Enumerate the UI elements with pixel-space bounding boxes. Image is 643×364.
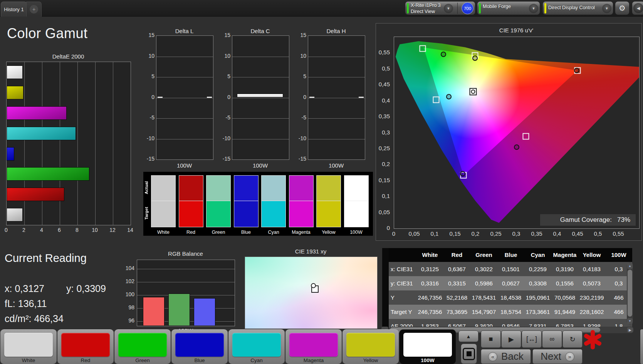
table-cell[interactable]: 18,5754 [497, 305, 524, 319]
pattern-button-red[interactable]: Red [57, 329, 114, 364]
table-cell[interactable]: 0,3022 [470, 262, 497, 276]
meter-badge[interactable]: 700 [462, 2, 473, 14]
axis-tick-label: 5 [145, 73, 154, 79]
pattern-button-cyan[interactable]: Cyan [228, 329, 285, 364]
table-cell[interactable]: 0,6367 [443, 262, 470, 276]
table-cell[interactable]: 173,3661 [524, 305, 551, 319]
table-cell[interactable]: 0,5073 [578, 276, 605, 290]
pattern-swatch [175, 333, 224, 357]
pattern-button-100w[interactable]: 100W [400, 329, 456, 364]
table-cell[interactable]: 0,3308 [524, 276, 551, 290]
table-cell[interactable]: 70,0568 [551, 290, 578, 305]
source-dropdown[interactable]: Mobile Forge ▼ [477, 1, 540, 15]
stop-button[interactable]: ■ [481, 330, 501, 348]
table-cell[interactable]: 0,4183 [578, 262, 605, 276]
scroll-right-icon[interactable]: ▶ [627, 327, 633, 332]
table-cell[interactable]: 0,2259 [524, 262, 551, 276]
pattern-button-yellow[interactable]: Yellow [342, 329, 399, 364]
clipped-side-button[interactable] [640, 329, 643, 364]
table-cell[interactable]: 0,0627 [497, 276, 524, 290]
loop-button[interactable]: ∞ [542, 330, 562, 348]
pattern-label: 100W [400, 357, 456, 363]
pattern-up-button[interactable]: ▲ [458, 330, 478, 342]
table-row-label[interactable]: x: CIE31 [389, 262, 416, 276]
chevron-down-icon[interactable]: ▼ [444, 4, 453, 13]
refresh-button[interactable]: ↻ [562, 330, 583, 348]
meter-dropdown[interactable]: X-Rite i1Pro 3 Direct View ▼ 700 [405, 1, 475, 15]
axis-tick-label: 0,55 [379, 49, 390, 55]
table-cell[interactable]: 246,7356 [416, 305, 443, 319]
back-button[interactable]: « Back [481, 349, 531, 364]
table-cell[interactable]: 0,3190 [551, 262, 578, 276]
axis-tick-label: -15 [145, 156, 154, 162]
table-cell[interactable]: 0,5986 [470, 276, 497, 290]
table-row-label[interactable]: Target Y [389, 305, 416, 319]
scroll-up-icon[interactable]: ▲ [627, 263, 633, 269]
table-cell[interactable]: 0,3316 [416, 276, 443, 290]
pattern-window-button[interactable] [461, 344, 477, 364]
pattern-button-magenta[interactable]: Magenta [285, 329, 342, 364]
pattern-swatch [232, 333, 281, 357]
table-cell[interactable]: 0,1556 [551, 276, 578, 290]
tab-history-1[interactable]: History 1 [1, 2, 27, 17]
axis-tick-label: 0,35 [379, 113, 390, 119]
pattern-swatch [4, 333, 53, 357]
collapse-panel-button[interactable]: ◀ [632, 1, 643, 15]
table-cell[interactable]: 246,7356 [416, 290, 443, 305]
table-cell[interactable]: 195,0961 [524, 290, 551, 305]
table-cell[interactable]: 0,3315 [443, 276, 470, 290]
table-cell[interactable]: 91,9449 [551, 305, 578, 319]
table-cell[interactable]: 52,2168 [443, 290, 470, 305]
new-tab-button[interactable]: + [26, 2, 42, 17]
table-vertical-scrollbar[interactable]: ▲ ▼ [627, 263, 633, 324]
table-cell[interactable]: 230,2199 [578, 290, 605, 305]
scroll-down-icon[interactable]: ▼ [627, 318, 633, 324]
delta-plot-area [156, 35, 213, 160]
table-row-label[interactable]: Y [389, 290, 416, 305]
chevron-right-icon: » [565, 352, 574, 361]
gridline [308, 98, 365, 98]
axis-tick-label: 0,45 [379, 81, 390, 87]
swatch-label: Cyan [261, 230, 286, 235]
swatch-actual-patch [179, 175, 203, 201]
chevron-down-icon[interactable]: ▼ [529, 4, 538, 13]
table-gutter [382, 248, 389, 330]
chart-title: Delta L [156, 28, 213, 34]
gear-icon: ⚙ [619, 3, 626, 13]
gridline [156, 77, 213, 77]
workflow-dropdown[interactable]: Direct Display Control ▼ [542, 1, 613, 15]
delta-h-chart: Delta H151050-5-10-15100W [297, 28, 364, 171]
gamut-coverage-readout: Gamut Coverage: 73% [540, 214, 636, 226]
next-button[interactable]: Next » [532, 349, 583, 364]
axis-tick-label: 0 [2, 227, 11, 233]
table-cell[interactable]: 228,1602 [578, 305, 605, 319]
pattern-swatch [61, 333, 110, 357]
table-cell[interactable]: 18,4538 [497, 290, 524, 305]
swatch-actual-patch [261, 175, 286, 201]
step-icon: [↔] [526, 335, 537, 343]
cie1976-x-axis: 00,050,10,150,20,250,30,350,40,450,50,55 [394, 230, 643, 237]
axis-tick-label: 10 [297, 53, 306, 59]
swatch-magenta: Magenta [289, 175, 314, 236]
window-frame-icon [463, 348, 475, 360]
table-cell[interactable]: 178,5431 [470, 290, 497, 305]
rgb-bar-blue [194, 298, 215, 326]
table-row-label[interactable]: y: CIE31 [389, 276, 416, 290]
marker-target-magenta [523, 133, 529, 139]
settings-button[interactable]: ⚙ [615, 1, 630, 15]
chevron-down-icon[interactable]: ▼ [602, 4, 611, 13]
axis-tick-label: 0,1 [423, 230, 446, 237]
pattern-button-blue[interactable]: Blue [171, 329, 228, 364]
play-button[interactable]: ▶ [501, 330, 521, 348]
table-cell[interactable]: 154,7907 [470, 305, 497, 319]
gridline [308, 139, 365, 139]
pattern-button-green[interactable]: Green [114, 329, 171, 364]
step-button[interactable]: [↔] [522, 330, 542, 348]
vertical-scroll-thumb[interactable] [628, 270, 632, 317]
axis-tick-label: 0,15 [443, 230, 467, 237]
table-cell[interactable]: 0,3125 [416, 262, 443, 276]
table-cell[interactable]: 0,1501 [497, 262, 524, 276]
pattern-swatch [118, 333, 167, 357]
table-cell[interactable]: 73,3695 [443, 305, 470, 319]
pattern-button-white[interactable]: White [0, 329, 57, 364]
